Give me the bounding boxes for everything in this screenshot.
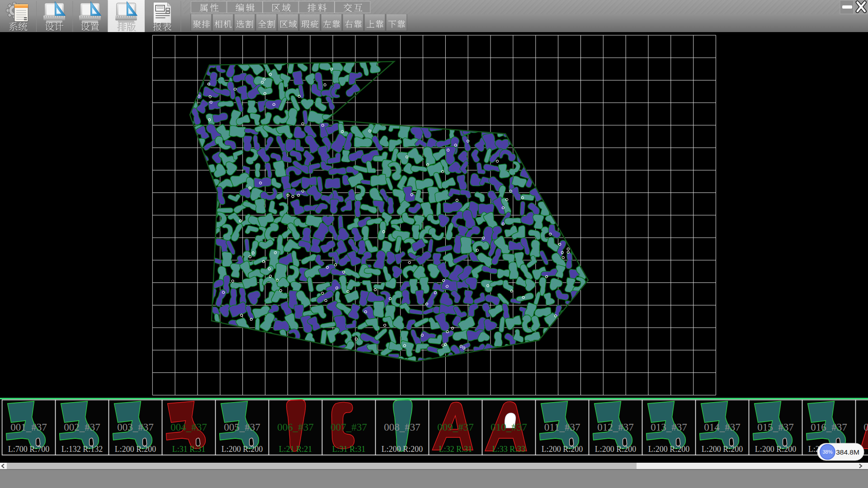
svg-text:015_#37: 015_#37 [757,422,794,433]
svg-text:002_#37: 002_#37 [64,422,100,433]
svg-text:L:200 R:200: L:200 R:200 [115,445,156,454]
svg-text:013_#37: 013_#37 [651,422,687,433]
svg-text:005_#37: 005_#37 [224,422,260,433]
svg-text:L:200 R:200: L:200 R:200 [382,445,423,454]
svg-text:L:200 R:200: L:200 R:200 [702,445,743,454]
svg-text:017_#37: 017_#37 [863,422,868,433]
svg-text:384.8M: 384.8M [836,448,859,456]
svg-text:004_#37: 004_#37 [170,422,207,433]
svg-text:L:31 R:31: L:31 R:31 [172,445,206,454]
svg-text:001_#37: 001_#37 [10,422,47,433]
svg-text:38%: 38% [822,449,832,455]
svg-text:L:32 R:31: L:32 R:31 [439,445,472,454]
svg-text:L:21 R:21: L:21 R:21 [279,445,312,454]
svg-text:L:700 R:700: L:700 R:700 [8,445,50,454]
svg-text:L:33 R:33: L:33 R:33 [492,445,526,454]
svg-text:016_#37: 016_#37 [811,422,847,433]
svg-text:L:200 R:200: L:200 R:200 [755,445,797,454]
svg-text:003_#37: 003_#37 [117,422,154,433]
svg-text:007_#37: 007_#37 [330,422,367,433]
svg-text:L:200 R:200: L:200 R:200 [542,445,583,454]
svg-text:L:200 R:200: L:200 R:200 [595,445,637,454]
svg-text:L:31 R:31: L:31 R:31 [332,445,366,454]
svg-text:010_#37: 010_#37 [491,422,527,433]
svg-text:L:200 R:200: L:200 R:200 [648,445,690,454]
svg-text:006_#37: 006_#37 [277,422,314,433]
svg-text:009_#37: 009_#37 [437,422,474,433]
svg-text:L:132 R:132: L:132 R:132 [61,445,103,454]
svg-text:011_#37: 011_#37 [544,422,580,433]
svg-text:008_#37: 008_#37 [384,422,420,433]
svg-text:014_#37: 014_#37 [704,422,741,433]
svg-text:012_#37: 012_#37 [597,422,634,433]
svg-text:L:200 R:200: L:200 R:200 [222,445,263,454]
